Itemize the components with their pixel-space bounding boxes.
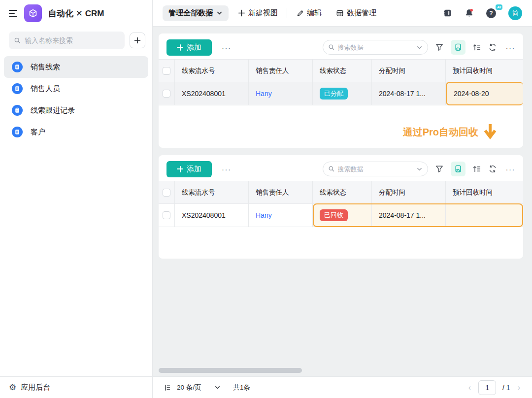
- plus-icon: [177, 44, 183, 51]
- ai-badge: AI: [496, 4, 502, 10]
- data-grid-icon: [336, 9, 344, 17]
- down-arrow-icon: [483, 123, 498, 141]
- page-size-value[interactable]: 20 条/页: [177, 383, 201, 392]
- row-checkbox[interactable]: [163, 211, 170, 219]
- row-height-icon[interactable]: [164, 384, 171, 392]
- chevron-down-icon[interactable]: [416, 166, 423, 172]
- edit-button[interactable]: 编辑: [296, 8, 322, 18]
- add-table-button[interactable]: [130, 33, 145, 48]
- app-backend-entry[interactable]: ⚙ 应用后台: [0, 376, 152, 398]
- widget-panel-icon[interactable]: [443, 8, 452, 18]
- filter-icon[interactable]: [435, 165, 444, 173]
- document-icon: [12, 127, 23, 137]
- sidebar-item-label: 销售人员: [31, 84, 60, 94]
- add-record-button[interactable]: 添加: [166, 39, 212, 56]
- table-card-before: 添加 ···: [159, 33, 523, 148]
- sidebar-item-label: 销售线索: [31, 63, 60, 72]
- column-header[interactable]: 销售责任人: [249, 181, 313, 203]
- row-checkbox[interactable]: [163, 90, 170, 98]
- help-icon: ?: [486, 8, 496, 18]
- topbar-right-icons: ? AI 简: [443, 6, 522, 20]
- table-card-after: 添加 ···: [159, 155, 523, 259]
- cell-serial[interactable]: XS202408001: [175, 82, 249, 105]
- table-toolbar-icons: ···: [435, 162, 516, 176]
- plus-icon: [238, 9, 245, 17]
- header-checkbox-cell: [159, 181, 175, 203]
- table-search-box[interactable]: [323, 162, 428, 176]
- column-header[interactable]: 预计回收时间: [446, 60, 523, 82]
- cell-status[interactable]: 已回收: [313, 204, 372, 227]
- table-row[interactable]: XS202408001 Hany 已分配 2024-08-17 1... 202…: [159, 82, 523, 105]
- cell-expected-time[interactable]: [446, 204, 523, 227]
- top-toolbar: 管理全部数据 新建视图 编辑 数据管理 ? AI 简: [153, 0, 532, 27]
- filter-icon[interactable]: [435, 43, 444, 52]
- data-manage-button[interactable]: 数据管理: [336, 8, 376, 18]
- refresh-icon[interactable]: [488, 165, 497, 173]
- table-toolbar: 添加 ···: [159, 155, 523, 177]
- sidebar-item-customers[interactable]: 客户: [4, 121, 148, 143]
- avatar[interactable]: 简: [508, 6, 522, 20]
- cell-status[interactable]: 已分配: [313, 82, 372, 105]
- owner-link[interactable]: Hany: [256, 90, 272, 98]
- sidebar-item-label: 线索跟进记录: [31, 106, 75, 115]
- view-switcher-label: 管理全部数据: [168, 8, 213, 18]
- next-page-icon[interactable]: ›: [517, 383, 521, 392]
- document-icon: [12, 83, 23, 94]
- more-actions-icon[interactable]: ···: [222, 43, 232, 52]
- column-header[interactable]: 线索状态: [313, 181, 372, 203]
- column-header[interactable]: 分配时间: [372, 181, 446, 203]
- sidebar-item-sales-leads[interactable]: 销售线索: [4, 56, 148, 78]
- table-header-row: 线索流水号 销售责任人 线索状态 分配时间 预计回收时间: [159, 181, 523, 204]
- horizontal-scrollbar[interactable]: [159, 368, 302, 373]
- cell-owner[interactable]: Hany: [249, 82, 313, 105]
- current-page-input[interactable]: 1: [478, 380, 496, 395]
- sidebar-item-sales-people[interactable]: 销售人员: [4, 78, 148, 100]
- sidebar-item-lead-followup[interactable]: 线索跟进记录: [4, 100, 148, 121]
- chevron-down-icon[interactable]: [214, 384, 221, 391]
- cell-owner[interactable]: Hany: [249, 204, 313, 227]
- data-manage-label: 数据管理: [347, 8, 376, 18]
- column-header[interactable]: 分配时间: [372, 60, 446, 82]
- table-header-row: 线索流水号 销售责任人 线索状态 分配时间 预计回收时间: [159, 59, 523, 82]
- app-logo-icon[interactable]: [24, 4, 42, 22]
- column-header[interactable]: 线索流水号: [175, 60, 249, 82]
- hide-fields-icon[interactable]: [451, 40, 466, 55]
- more-actions-icon[interactable]: ···: [222, 165, 232, 173]
- cell-assign-time[interactable]: 2024-08-17 1...: [372, 204, 446, 227]
- prev-page-icon[interactable]: ‹: [467, 383, 472, 392]
- select-all-checkbox[interactable]: [163, 189, 170, 197]
- select-all-checkbox[interactable]: [163, 67, 170, 75]
- column-header[interactable]: 预计回收时间: [446, 181, 523, 203]
- table-search-box[interactable]: [323, 40, 428, 55]
- refresh-icon[interactable]: [488, 43, 497, 52]
- gear-icon: ⚙: [9, 383, 16, 392]
- sort-icon[interactable]: [472, 43, 481, 52]
- view-switcher-button[interactable]: 管理全部数据: [163, 5, 229, 21]
- owner-link[interactable]: Hany: [256, 211, 272, 219]
- add-record-button[interactable]: 添加: [166, 161, 212, 177]
- cell-assign-time[interactable]: 2024-08-17 1...: [372, 82, 446, 105]
- search-icon: [328, 166, 335, 172]
- column-header[interactable]: 线索状态: [313, 60, 372, 82]
- sidebar-search-box[interactable]: [9, 32, 125, 49]
- table-row[interactable]: XS202408001 Hany 已回收 2024-08-17 1...: [159, 204, 523, 227]
- more-view-actions-icon[interactable]: ···: [506, 165, 516, 173]
- sidebar-search-input[interactable]: [25, 36, 120, 44]
- hide-fields-icon[interactable]: [451, 162, 466, 176]
- chevron-down-icon[interactable]: [416, 44, 423, 51]
- column-header[interactable]: 销售责任人: [249, 60, 313, 82]
- more-view-actions-icon[interactable]: ···: [506, 43, 516, 52]
- add-label: 添加: [187, 165, 201, 174]
- collapse-sidebar-icon[interactable]: [9, 10, 18, 17]
- sidebar-item-label: 客户: [31, 128, 45, 137]
- sort-icon[interactable]: [472, 165, 481, 173]
- column-header[interactable]: 线索流水号: [175, 181, 249, 203]
- help-button[interactable]: ? AI: [486, 8, 496, 18]
- new-view-button[interactable]: 新建视图: [238, 8, 278, 18]
- notification-bell-icon[interactable]: [465, 8, 474, 18]
- table-search-input[interactable]: [338, 44, 413, 51]
- cell-expected-time-highlighted[interactable]: 2024-08-20: [446, 82, 523, 105]
- cell-serial[interactable]: XS202408001: [175, 204, 249, 227]
- table-search-input[interactable]: [338, 166, 413, 173]
- record-count: 共1条: [233, 383, 251, 392]
